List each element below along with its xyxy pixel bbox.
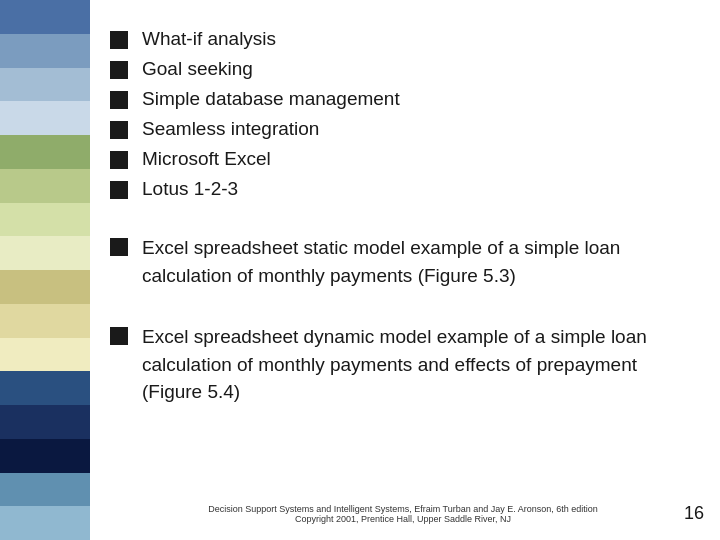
list-item: Seamless integration: [110, 118, 696, 140]
color-segment: [0, 270, 90, 304]
color-bar: [0, 0, 90, 540]
color-segment: [0, 101, 90, 135]
color-segment: [0, 371, 90, 405]
list-item-text: What-if analysis: [142, 28, 276, 50]
color-segment: [0, 473, 90, 507]
color-segment: [0, 203, 90, 237]
bullet-icon: [110, 181, 128, 199]
list-item: What-if analysis: [110, 28, 696, 50]
color-segment: [0, 405, 90, 439]
paragraph2-text: Excel spreadsheet dynamic model example …: [142, 323, 696, 406]
list-item: Lotus 1-2-3: [110, 178, 696, 200]
paragraph1-text: Excel spreadsheet static model example o…: [142, 234, 696, 289]
list-item: Goal seeking: [110, 58, 696, 80]
color-segment: [0, 506, 90, 540]
page-number: 16: [684, 503, 704, 524]
list-item: Simple database management: [110, 88, 696, 110]
color-segment: [0, 34, 90, 68]
content-area: What-if analysisGoal seekingSimple datab…: [90, 0, 720, 540]
list-item-text: Microsoft Excel: [142, 148, 271, 170]
bullet-icon: [110, 151, 128, 169]
color-segment: [0, 0, 90, 34]
bullet-icon: [110, 61, 128, 79]
footer-line1: Decision Support Systems and Intelligent…: [110, 504, 696, 514]
paragraph2-item: Excel spreadsheet dynamic model example …: [110, 323, 696, 406]
bullet-list: What-if analysisGoal seekingSimple datab…: [110, 28, 696, 208]
paragraph1-bullet: [110, 238, 128, 256]
main-sections: What-if analysisGoal seekingSimple datab…: [110, 28, 696, 424]
bullet-icon: [110, 31, 128, 49]
color-segment: [0, 338, 90, 372]
color-segment: [0, 68, 90, 102]
paragraph1-item: Excel spreadsheet static model example o…: [110, 234, 696, 289]
footer-line2: Copyright 2001, Prentice Hall, Upper Sad…: [110, 514, 696, 524]
color-segment: [0, 169, 90, 203]
color-segment: [0, 135, 90, 169]
color-segment: [0, 439, 90, 473]
color-segment: [0, 304, 90, 338]
list-item-text: Seamless integration: [142, 118, 319, 140]
bullet-icon: [110, 121, 128, 139]
bullet-icon: [110, 91, 128, 109]
list-item: Microsoft Excel: [110, 148, 696, 170]
list-item-text: Simple database management: [142, 88, 400, 110]
paragraph2-bullet: [110, 327, 128, 345]
color-segment: [0, 236, 90, 270]
list-item-text: Goal seeking: [142, 58, 253, 80]
list-item-text: Lotus 1-2-3: [142, 178, 238, 200]
footer: Decision Support Systems and Intelligent…: [110, 504, 696, 524]
